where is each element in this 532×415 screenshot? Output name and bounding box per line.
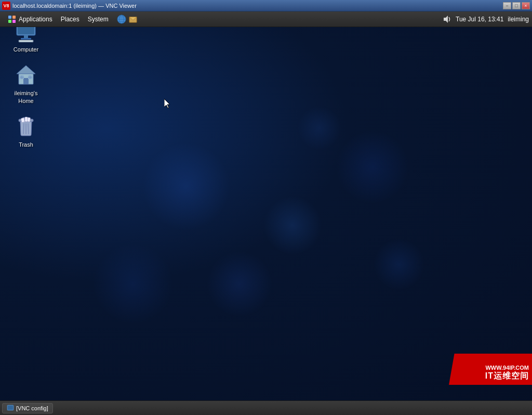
close-button[interactable]: × [522,2,530,9]
svg-rect-2 [8,20,11,23]
svg-marker-36 [164,99,170,108]
svg-rect-3 [12,20,16,23]
home-icon-image [14,62,38,87]
places-label: Places [61,16,79,23]
bottom-taskbar: [VNC config] [0,400,532,415]
window-title: localhost.localdomain:1 (ileiming) — VNC… [12,3,137,9]
vnc-logo-icon: V8 [2,2,10,10]
network-icon[interactable] [117,15,126,24]
home-icon[interactable]: ileiming's Home [5,60,47,107]
watermark-brand: IT运维空间 [485,371,529,382]
svg-rect-33 [21,118,24,122]
svg-line-32 [28,123,29,134]
svg-line-30 [23,123,24,134]
svg-rect-38 [8,406,13,410]
taskbar-item-icon [7,405,14,412]
system-label: System [88,16,109,23]
taskbar-item[interactable]: [VNC config] [2,403,53,413]
computer-label: Computer [14,46,38,53]
places-menu[interactable]: Places [57,14,84,25]
svg-rect-1 [12,16,16,19]
desktop: Applications Places System [0,11,532,400]
trash-label: Trash [19,141,33,148]
maximize-button[interactable]: □ [512,2,521,9]
system-menu[interactable]: System [84,14,113,25]
svg-marker-19 [17,66,35,74]
watermark-url: WWW.94IP.COM [485,365,529,371]
username: ileiming [508,16,529,23]
taskbar-item-label: [VNC config] [16,405,48,411]
cursor [164,99,170,108]
svg-rect-21 [23,78,29,84]
title-left: V8 localhost.localdomain:1 (ileiming) — … [2,2,137,10]
trash-icon[interactable]: Trash [5,112,47,150]
applications-menu[interactable]: Applications [3,12,57,26]
svg-rect-0 [8,16,11,19]
applications-label: Applications [19,16,52,23]
svg-rect-18 [20,41,32,42]
volume-icon[interactable] [442,15,451,24]
vnc-window: V8 localhost.localdomain:1 (ileiming) — … [0,0,532,415]
desktop-icons: Computer [5,17,47,150]
trash-icon-image [14,114,38,139]
svg-rect-15 [24,35,28,38]
title-bar: V8 localhost.localdomain:1 (ileiming) — … [0,0,532,11]
svg-rect-16 [21,38,31,40]
clock: Tue Jul 16, 13:41 [456,16,503,23]
applications-icon [7,15,17,24]
minimize-button[interactable]: − [503,2,511,9]
mail-icon[interactable] [128,15,138,24]
top-panel: Applications Places System [0,11,532,27]
watermark-background [449,354,532,385]
svg-rect-35 [27,118,30,122]
home-label: ileiming's Home [7,89,45,105]
svg-marker-11 [444,16,448,23]
window-controls: − □ × [503,2,530,9]
panel-right: Tue Jul 16, 13:41 ileiming [442,15,529,24]
watermark: WWW.94IP.COM IT运维空间 [449,343,532,385]
svg-rect-34 [25,117,28,122]
watermark-text: WWW.94IP.COM IT运维空间 [485,365,529,382]
